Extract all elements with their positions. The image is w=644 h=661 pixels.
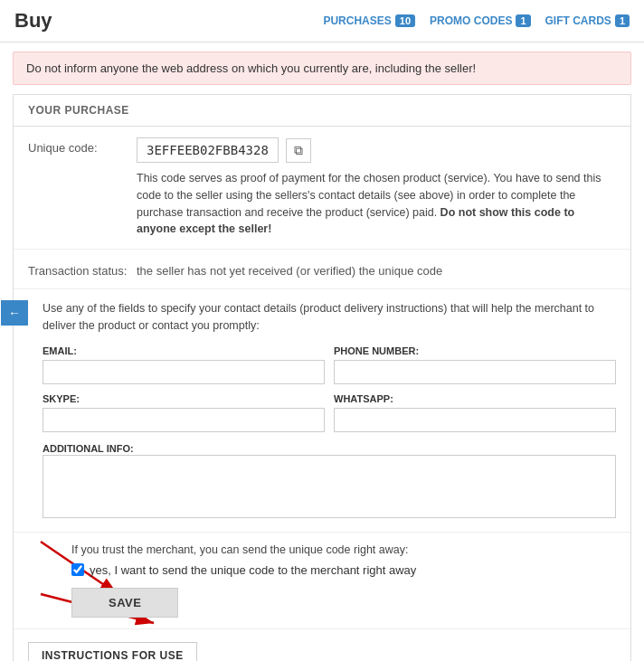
code-description: This code serves as proof of payment for… xyxy=(137,170,616,238)
unique-code-row: Unique code: 3EFFEEB02FBB4328 ⧉ This cod… xyxy=(14,127,630,250)
header: Buy PURCHASES 10 PROMO CODES 1 GIFT CARD… xyxy=(0,0,644,42)
action-section: If you trust the merchant, you can send … xyxy=(57,533,616,628)
instructions-section: INSTRUCTIONS FOR USE xyxy=(14,628,630,662)
send-code-checkbox[interactable] xyxy=(71,563,84,576)
unique-code-label: Unique code: xyxy=(28,137,137,155)
whatsapp-field-group: WHATSAPP: xyxy=(334,393,616,432)
phone-label: PHONE NUMBER: xyxy=(334,345,616,356)
save-button[interactable]: SAVE xyxy=(71,588,178,618)
copy-icon: ⧉ xyxy=(294,143,303,157)
additional-info-input[interactable] xyxy=(43,455,616,518)
additional-info-label: ADDITIONAL INFO: xyxy=(43,443,134,454)
purchases-label: PURCHASES xyxy=(323,14,391,27)
warning-banner: Do not inform anyone the web address on … xyxy=(13,52,631,85)
checkbox-row: yes, I want to send the unique code to t… xyxy=(71,563,601,577)
action-section-wrapper: If you trust the merchant, you can send … xyxy=(14,533,630,628)
code-box: 3EFFEEB02FBB4328 ⧉ xyxy=(137,137,616,163)
purchases-badge: 10 xyxy=(395,14,415,27)
gift-cards-label: GIFT CARDS xyxy=(545,14,611,27)
copy-button[interactable]: ⧉ xyxy=(286,138,311,163)
promo-codes-label: PROMO CODES xyxy=(430,14,512,27)
additional-info-group: ADDITIONAL INFO: xyxy=(43,441,616,521)
phone-input[interactable] xyxy=(334,360,616,384)
email-label: EMAIL: xyxy=(43,345,325,356)
trust-text: If you trust the merchant, you can send … xyxy=(71,543,601,556)
contact-fields-grid: EMAIL: PHONE NUMBER: SKYPE: WHATSAPP: xyxy=(43,345,616,432)
instructions-button[interactable]: INSTRUCTIONS FOR USE xyxy=(28,642,197,662)
back-icon: ← xyxy=(8,306,21,320)
skype-input[interactable] xyxy=(43,408,325,432)
email-input[interactable] xyxy=(43,360,325,384)
transaction-status-label: Transaction status: xyxy=(28,260,137,278)
gift-cards-badge: 1 xyxy=(615,14,630,27)
contact-section: ← Use any of the fields to specify your … xyxy=(14,289,630,533)
skype-field-group: SKYPE: xyxy=(43,393,325,432)
page-title: Buy xyxy=(14,9,323,33)
header-nav: PURCHASES 10 PROMO CODES 1 GIFT CARDS 1 xyxy=(323,14,630,27)
promo-codes-link[interactable]: PROMO CODES 1 xyxy=(430,14,530,27)
whatsapp-input[interactable] xyxy=(334,408,616,432)
transaction-status-row: Transaction status: the seller has not y… xyxy=(14,250,630,289)
back-button[interactable]: ← xyxy=(1,300,28,326)
promo-codes-badge: 1 xyxy=(516,14,530,27)
contact-description: Use any of the fields to specify your co… xyxy=(43,300,616,335)
gift-cards-link[interactable]: GIFT CARDS 1 xyxy=(545,14,630,27)
purchase-card: YOUR PURCHASE Unique code: 3EFFEEB02FBB4… xyxy=(13,94,631,661)
warning-text: Do not inform anyone the web address on … xyxy=(26,61,476,75)
code-display: 3EFFEEB02FBB4328 xyxy=(137,137,279,163)
phone-field-group: PHONE NUMBER: xyxy=(334,345,616,384)
purchases-link[interactable]: PURCHASES 10 xyxy=(323,14,415,27)
checkbox-label: yes, I want to send the unique code to t… xyxy=(90,563,416,577)
email-field-group: EMAIL: xyxy=(43,345,325,384)
skype-label: SKYPE: xyxy=(43,393,325,404)
whatsapp-label: WHATSAPP: xyxy=(334,393,616,404)
transaction-status-value: the seller has not yet received (or veri… xyxy=(137,260,616,278)
section-header: YOUR PURCHASE xyxy=(14,95,630,127)
unique-code-value-area: 3EFFEEB02FBB4328 ⧉ This code serves as p… xyxy=(137,137,616,238)
